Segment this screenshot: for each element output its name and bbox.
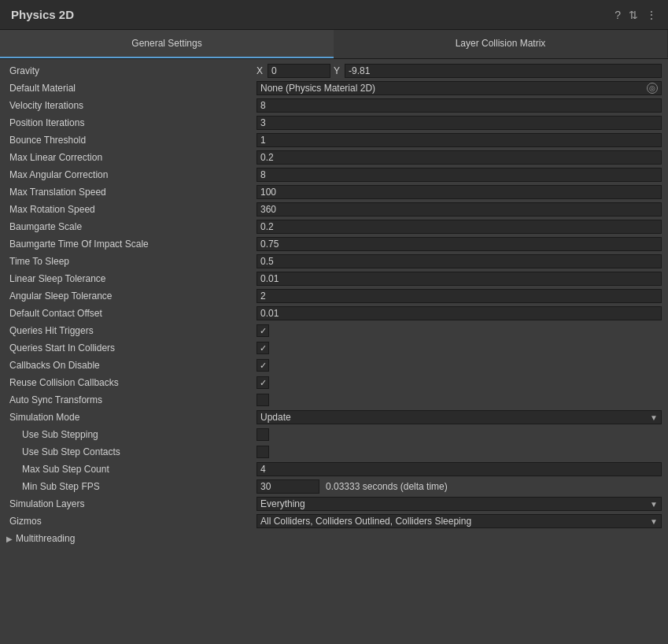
simulation-layers-arrow: ▼ — [650, 500, 658, 509]
max-angular-correction-label: Max Angular Correction — [6, 169, 256, 180]
queries-hit-triggers-row: Queries Hit Triggers — [0, 322, 668, 339]
simulation-mode-arrow: ▼ — [650, 413, 658, 422]
more-icon[interactable]: ⋮ — [646, 9, 657, 21]
max-translation-speed-label: Max Translation Speed — [6, 187, 256, 198]
angular-sleep-tolerance-label: Angular Sleep Tolerance — [6, 291, 256, 302]
min-sub-step-fps-row: Min Sub Step FPS 0.03333 seconds (delta … — [0, 478, 668, 495]
default-contact-offset-row: Default Contact Offset 0.01 — [0, 305, 668, 322]
title-bar: Physics 2D ? ⇅ ⋮ — [0, 0, 668, 30]
max-sub-step-count-row: Max Sub Step Count 4 — [0, 461, 668, 478]
position-iterations-row: Position Iterations 3 — [0, 114, 668, 131]
default-contact-offset-value: 0.01 — [256, 306, 662, 320]
baumgarte-scale-row: Baumgarte Scale 0.2 — [0, 218, 668, 235]
callbacks-on-disable-label: Callbacks On Disable — [6, 360, 256, 371]
default-material-value: None (Physics Material 2D) — [260, 83, 375, 94]
simulation-mode-row: Simulation Mode Update ▼ — [0, 409, 668, 426]
auto-sync-transforms-checkbox[interactable] — [256, 394, 269, 406]
help-icon[interactable]: ? — [614, 9, 621, 21]
gizmos-label: Gizmos — [6, 516, 256, 527]
max-linear-correction-label: Max Linear Correction — [6, 152, 256, 163]
window-title: Physics 2D — [11, 8, 74, 21]
baumgarte-toi-scale-row: Baumgarte Time Of Impact Scale 0.75 — [0, 235, 668, 253]
reuse-collision-callbacks-row: Reuse Collision Callbacks — [0, 374, 668, 391]
min-sub-step-fps-label: Min Sub Step FPS — [6, 481, 256, 492]
tab-general-settings[interactable]: General Settings — [0, 30, 334, 58]
x-axis-label: X — [256, 65, 263, 76]
queries-hit-triggers-checkbox[interactable] — [256, 324, 269, 337]
reuse-collision-callbacks-label: Reuse Collision Callbacks — [6, 377, 256, 388]
content: Gravity X Y Default Material None (Physi… — [0, 59, 668, 550]
position-iterations-value: 3 — [256, 116, 662, 130]
gravity-label: Gravity — [6, 65, 256, 76]
angular-sleep-tolerance-row: Angular Sleep Tolerance 2 — [0, 287, 668, 305]
gizmos-dropdown[interactable]: All Colliders, Colliders Outlined, Colli… — [256, 514, 662, 528]
simulation-layers-label: Simulation Layers — [6, 498, 256, 509]
gravity-x-input[interactable] — [268, 64, 330, 78]
use-sub-step-contacts-checkbox[interactable] — [256, 446, 269, 458]
multithreading-row[interactable]: ▶ Multithreading — [0, 530, 668, 547]
min-sub-step-fps-delta: 0.03333 seconds (delta time) — [326, 481, 448, 492]
time-to-sleep-value: 0.5 — [256, 254, 662, 268]
baumgarte-toi-scale-label: Baumgarte Time Of Impact Scale — [6, 239, 256, 250]
baumgarte-scale-label: Baumgarte Scale — [6, 221, 256, 232]
max-translation-speed-row: Max Translation Speed 100 — [0, 183, 668, 201]
linear-sleep-tolerance-value: 0.01 — [256, 272, 662, 286]
y-axis-label: Y — [334, 65, 340, 76]
max-rotation-speed-value: 360 — [256, 202, 662, 217]
simulation-mode-label: Simulation Mode — [6, 412, 256, 423]
material-picker-icon[interactable]: ◎ — [647, 83, 658, 94]
multithreading-label: Multithreading — [16, 533, 75, 544]
time-to-sleep-label: Time To Sleep — [6, 256, 256, 267]
linear-sleep-tolerance-label: Linear Sleep Tolerance — [6, 273, 256, 284]
use-sub-step-contacts-label: Use Sub Step Contacts — [6, 446, 256, 457]
min-sub-step-fps-input[interactable] — [256, 479, 319, 494]
simulation-mode-value: Update — [260, 412, 291, 423]
simulation-layers-dropdown[interactable]: Everything ▼ — [256, 497, 662, 511]
auto-sync-transforms-row: Auto Sync Transforms — [0, 391, 668, 409]
gizmos-row: Gizmos All Colliders, Colliders Outlined… — [0, 513, 668, 530]
use-sub-stepping-row: Use Sub Stepping — [0, 426, 668, 443]
max-angular-correction-value: 8 — [256, 168, 662, 182]
max-linear-correction-row: Max Linear Correction 0.2 — [0, 149, 668, 166]
time-to-sleep-row: Time To Sleep 0.5 — [0, 253, 668, 270]
default-material-label: Default Material — [6, 83, 256, 94]
auto-sync-transforms-label: Auto Sync Transforms — [6, 394, 256, 405]
max-sub-step-count-value: 4 — [256, 462, 662, 476]
callbacks-on-disable-checkbox[interactable] — [256, 359, 269, 372]
max-translation-speed-value: 100 — [256, 185, 662, 199]
callbacks-on-disable-row: Callbacks On Disable — [0, 357, 668, 374]
velocity-iterations-row: Velocity Iterations 8 — [0, 97, 668, 114]
reuse-collision-callbacks-checkbox[interactable] — [256, 376, 269, 389]
use-sub-stepping-checkbox[interactable] — [256, 428, 269, 441]
queries-start-in-colliders-row: Queries Start In Colliders — [0, 339, 668, 357]
gravity-row: Gravity X Y — [0, 62, 668, 80]
position-iterations-label: Position Iterations — [6, 117, 256, 128]
max-sub-step-count-label: Max Sub Step Count — [6, 464, 256, 475]
layout-icon[interactable]: ⇅ — [629, 9, 638, 21]
bounce-threshold-value: 1 — [256, 133, 662, 147]
default-material-field: None (Physics Material 2D) ◎ — [256, 81, 662, 95]
max-angular-correction-row: Max Angular Correction 8 — [0, 166, 668, 183]
velocity-iterations-value: 8 — [256, 98, 662, 113]
use-sub-step-contacts-row: Use Sub Step Contacts — [0, 443, 668, 461]
simulation-layers-row: Simulation Layers Everything ▼ — [0, 495, 668, 513]
gizmos-arrow: ▼ — [650, 517, 658, 526]
queries-start-in-colliders-label: Queries Start In Colliders — [6, 342, 256, 353]
gravity-y-input[interactable] — [345, 64, 662, 78]
default-contact-offset-label: Default Contact Offset — [6, 308, 256, 319]
simulation-layers-value: Everything — [260, 498, 305, 509]
use-sub-stepping-label: Use Sub Stepping — [6, 429, 256, 440]
angular-sleep-tolerance-value: 2 — [256, 289, 662, 303]
baumgarte-toi-scale-value: 0.75 — [256, 237, 662, 251]
max-rotation-speed-label: Max Rotation Speed — [6, 204, 256, 215]
velocity-iterations-label: Velocity Iterations — [6, 100, 256, 111]
simulation-mode-dropdown[interactable]: Update ▼ — [256, 410, 662, 424]
queries-start-in-colliders-checkbox[interactable] — [256, 342, 269, 354]
tabs: General Settings Layer Collision Matrix — [0, 30, 668, 59]
multithreading-expand-icon: ▶ — [6, 535, 13, 543]
bounce-threshold-row: Bounce Threshold 1 — [0, 131, 668, 149]
default-material-row: Default Material None (Physics Material … — [0, 80, 668, 97]
max-linear-correction-value: 0.2 — [256, 150, 662, 165]
queries-hit-triggers-label: Queries Hit Triggers — [6, 325, 256, 336]
tab-layer-collision-matrix[interactable]: Layer Collision Matrix — [334, 30, 668, 58]
